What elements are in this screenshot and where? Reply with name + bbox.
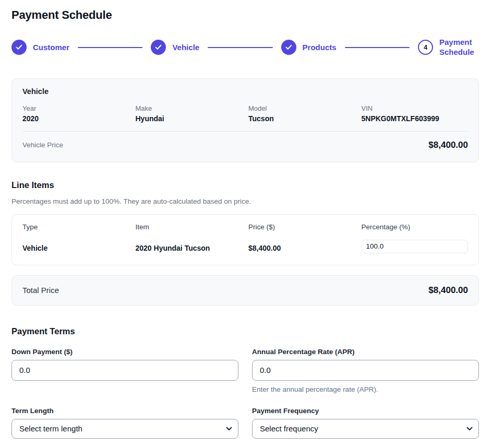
field-label: Year: [22, 104, 129, 112]
stepper-label-products: Products: [303, 43, 337, 52]
vehicle-card-title: Vehicle: [22, 87, 468, 96]
payment-frequency-select-wrap: Select frequency: [252, 419, 479, 439]
vehicle-fields: Year 2020 Make Hyundai Model Tucson VIN …: [22, 104, 468, 123]
check-circle-icon: [11, 40, 27, 55]
stepper-connector: [78, 47, 142, 48]
apr-helper-text: Enter the annual percentage rate (APR).: [252, 385, 479, 393]
line-items-header-row: Type Item Price ($) Percentage (%): [22, 223, 468, 231]
check-circle-icon: [151, 40, 166, 55]
payment-terms-form: Down Payment ($) Annual Percentage Rate …: [11, 348, 479, 439]
row-type: Vehicle: [22, 240, 129, 252]
term-length-label: Term Length: [11, 407, 238, 415]
line-items-card: Type Item Price ($) Percentage (%) Vehic…: [11, 214, 479, 265]
stepper: Customer Vehicle Products 4 Payment Sche…: [11, 38, 479, 57]
check-icon: [16, 44, 22, 50]
payment-frequency-label: Payment Frequency: [252, 407, 479, 415]
column-header-percentage: Percentage (%): [362, 223, 469, 231]
stepper-step-products[interactable]: Products: [281, 40, 337, 55]
total-price-value: $8,400.00: [428, 285, 468, 296]
stepper-step-payment-schedule[interactable]: 4 Payment Schedule: [418, 38, 479, 57]
field-value: 2020: [22, 114, 129, 123]
vehicle-field-year: Year 2020: [22, 104, 129, 123]
stepper-connector: [208, 47, 272, 48]
row-price: $8,400.00: [248, 240, 355, 252]
table-row: Vehicle 2020 Hyundai Tucson $8,400.00: [22, 240, 468, 253]
term-length-select[interactable]: Select term length: [11, 419, 238, 439]
field-label: Make: [136, 104, 243, 112]
percentage-input[interactable]: [362, 240, 469, 253]
stepper-connector: [345, 47, 410, 48]
down-payment-label: Down Payment ($): [11, 348, 238, 356]
vehicle-field-vin: VIN 5NPKG0MTXLF603999: [362, 104, 469, 123]
row-percentage-cell: [362, 240, 469, 253]
field-label: VIN: [362, 104, 469, 112]
vehicle-price-label: Vehicle Price: [22, 141, 63, 149]
page-title: Payment Schedule: [11, 8, 479, 22]
term-length-select-wrap: Select term length: [11, 419, 238, 439]
total-price-label: Total Price: [22, 286, 59, 295]
payment-frequency-select[interactable]: Select frequency: [252, 419, 479, 439]
vehicle-field-model: Model Tucson: [248, 104, 355, 123]
check-circle-icon: [281, 40, 296, 55]
line-items-note: Percentages must add up to 100%. They ar…: [11, 197, 479, 205]
down-payment-field[interactable]: [11, 360, 238, 381]
vehicle-price-row: Vehicle Price $8,400.00: [22, 132, 468, 154]
line-items-heading: Line Items: [11, 180, 479, 190]
column-header-type: Type: [22, 223, 129, 231]
apr-label: Annual Percentage Rate (APR): [252, 348, 479, 356]
check-icon: [285, 44, 292, 50]
payment-terms-heading: Payment Terms: [11, 326, 479, 336]
term-length-group: Term Length Select term length: [11, 407, 238, 439]
stepper-step-customer[interactable]: Customer: [11, 40, 69, 55]
column-header-item: Item: [136, 223, 243, 231]
stepper-label-payment-schedule: Payment Schedule: [439, 38, 479, 57]
vehicle-field-make: Make Hyundai: [136, 104, 243, 123]
field-value: Hyundai: [136, 114, 243, 123]
row-item: 2020 Hyundai Tucson: [136, 240, 243, 252]
vehicle-card: Vehicle Year 2020 Make Hyundai Model Tuc…: [11, 78, 479, 162]
payment-frequency-group: Payment Frequency Select frequency: [252, 407, 479, 439]
stepper-label-customer: Customer: [33, 43, 69, 52]
check-icon: [155, 44, 162, 50]
step-number-circle: 4: [418, 40, 433, 55]
total-price-card: Total Price $8,400.00: [11, 275, 479, 306]
field-value: Tucson: [248, 114, 355, 123]
down-payment-group: Down Payment ($): [11, 348, 238, 393]
field-value: 5NPKG0MTXLF603999: [362, 114, 469, 123]
stepper-label-vehicle: Vehicle: [172, 43, 199, 52]
apr-group: Annual Percentage Rate (APR) Enter the a…: [252, 348, 479, 393]
vehicle-price-value: $8,400.00: [428, 140, 468, 150]
column-header-price: Price ($): [248, 223, 355, 231]
field-label: Model: [248, 104, 355, 112]
step-number: 4: [424, 43, 427, 51]
apr-field[interactable]: [252, 360, 479, 381]
page-container: Payment Schedule Customer Vehicle Produc…: [11, 0, 479, 439]
stepper-step-vehicle[interactable]: Vehicle: [151, 40, 199, 55]
